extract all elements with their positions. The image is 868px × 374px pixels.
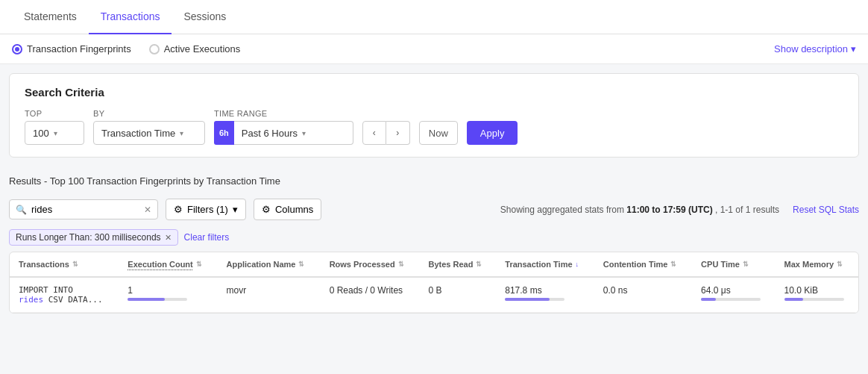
sort-icon: ⇅ [837,261,843,268]
results-table-wrap: Transactions ⇅ Execution Count ⇅ Applica… [9,252,859,314]
transaction-time-bar-bg [505,298,564,301]
col-bytes-read[interactable]: Bytes Read ⇅ [420,252,497,277]
radio-active-executions[interactable]: Active Executions [149,43,241,54]
clear-filters-link[interactable]: Clear filters [184,232,230,243]
view-selector-row: Transaction Fingerprints Active Executio… [0,34,868,64]
col-max-memory-label: Max Memory [784,260,834,269]
remove-filter-icon[interactable]: ✕ [165,233,172,243]
col-execution-count-label: Execution Count [128,260,192,269]
radio-label-active: Active Executions [164,43,241,54]
top-select[interactable]: 100 ▾ [25,121,84,145]
columns-button[interactable]: ⚙ Columns [254,199,321,220]
transaction-time-value: 817.8 ms [505,285,585,296]
col-cpu-time-label: CPU Time [701,260,740,269]
col-transaction-time-label: Transaction Time [505,260,572,269]
execution-count-value: 1 [128,285,208,296]
filter-tags-row: Runs Longer Than: 300 milliseconds ✕ Cle… [9,226,859,252]
tab-sessions[interactable]: Sessions [172,0,238,34]
chevron-down-icon: ▾ [54,129,57,137]
col-transaction-time[interactable]: Transaction Time ↓ [496,252,594,277]
clear-search-icon[interactable]: ✕ [144,205,151,215]
cell-transaction-time: 817.8 ms [496,277,594,313]
col-contention-time[interactable]: Contention Time ⇅ [594,252,692,277]
sort-icon: ⇅ [196,261,202,268]
cell-cpu-time: 64.0 μs [692,277,775,313]
col-execution-count[interactable]: Execution Count ⇅ [119,252,217,277]
apply-button[interactable]: Apply [467,121,518,145]
sort-icon: ⇅ [298,261,304,268]
col-application-name[interactable]: Application Name ⇅ [218,252,321,277]
stats-suffix: , 1-1 of 1 results [715,205,779,215]
now-button[interactable]: Now [419,121,458,145]
filter-icon: ⚙ [174,204,183,215]
time-nav-buttons: ‹ › [362,121,410,145]
col-bytes-read-label: Bytes Read [429,260,474,269]
contention-time-value: 0.0 ns [603,285,683,296]
col-cpu-time[interactable]: CPU Time ⇅ [692,252,775,277]
reset-sql-stats-link[interactable]: Reset SQL Stats [793,205,859,215]
search-criteria-title: Search Criteria [25,86,843,99]
search-input[interactable] [31,204,139,215]
radio-fingerprints[interactable]: Transaction Fingerprints [12,43,131,54]
max-memory-bar-bg [784,298,844,301]
filter-tag-label: Runs Longer Than: 300 milliseconds [16,232,161,243]
tab-transactions[interactable]: Transactions [89,0,172,34]
top-label: Top [25,109,84,118]
time-select[interactable]: Past 6 Hours ▾ [234,121,353,145]
col-application-name-label: Application Name [227,260,296,269]
radio-circle-fingerprints [12,44,22,54]
radio-label-fingerprints: Transaction Fingerprints [27,43,131,54]
cell-bytes-read: 0 B [420,277,497,313]
cell-transaction[interactable]: IMPORT INTOrides CSV DATA... [10,277,119,313]
search-criteria-panel: Search Criteria Top 100 ▾ By Transaction… [9,73,859,158]
filters-label: Filters (1) [187,204,228,215]
search-icon: 🔍 [16,205,27,215]
results-toolbar: 🔍 ✕ ⚙ Filters (1) ▾ ⚙ Columns Showing ag… [9,193,859,226]
max-memory-wrap: 10.0 KiB [784,285,849,301]
col-max-memory[interactable]: Max Memory ⇅ [776,252,858,277]
next-time-button[interactable]: › [386,121,410,145]
top-group: Top 100 ▾ [25,109,84,145]
cpu-time-bar-fill [701,298,716,301]
cpu-time-bar-bg [701,298,761,301]
cell-contention-time: 0.0 ns [594,277,692,313]
prev-time-button[interactable]: ‹ [362,121,386,145]
chevron-down-icon: ▾ [180,129,183,137]
cell-execution-count: 1 [119,277,217,313]
by-select[interactable]: Transaction Time ▾ [93,121,205,145]
sort-icon: ⇅ [72,261,78,268]
tx-highlight: rides [19,295,43,305]
col-rows-processed[interactable]: Rows Processed ⇅ [321,252,420,277]
sort-icon: ⇅ [743,261,749,268]
time-value: Past 6 Hours [242,128,298,139]
show-description-toggle[interactable]: Show description ▾ [774,43,856,54]
transaction-time-wrap: 817.8 ms [505,285,585,301]
top-value: 100 [33,128,49,139]
cpu-time-wrap: 64.0 μs [701,285,766,301]
execution-count-bar-bg [128,298,187,301]
show-description-label: Show description [774,43,848,54]
filters-button[interactable]: ⚙ Filters (1) ▾ [166,199,246,220]
cpu-time-value: 64.0 μs [701,285,766,296]
cell-application-name: movr [218,277,321,313]
sort-icon: ⇅ [670,261,676,268]
time-badge: 6h [214,121,234,145]
stats-prefix: Showing aggregated stats from [500,205,624,215]
sort-desc-icon: ↓ [576,261,579,268]
results-section: Results - Top 100 Transaction Fingerprin… [0,166,868,314]
max-memory-bar-fill [784,298,803,301]
execution-count-bar-fill [128,298,165,301]
aggregated-stats-text: Showing aggregated stats from 11:00 to 1… [500,205,779,215]
col-transactions-label: Transactions [19,260,69,269]
max-memory-value: 10.0 KiB [784,285,849,296]
by-group: By Transaction Time ▾ [93,109,205,145]
col-transactions[interactable]: Transactions ⇅ [10,252,119,277]
time-range-label: Time Range [214,109,353,118]
time-range-wrapper: 6h Past 6 Hours ▾ [214,121,353,145]
col-rows-processed-label: Rows Processed [330,260,395,269]
contention-time-wrap: 0.0 ns [603,285,683,296]
chevron-down-icon: ▾ [302,129,306,137]
by-label: By [93,109,205,118]
top-tabs-bar: Statements Transactions Sessions [0,0,868,34]
tab-statements[interactable]: Statements [12,0,89,34]
